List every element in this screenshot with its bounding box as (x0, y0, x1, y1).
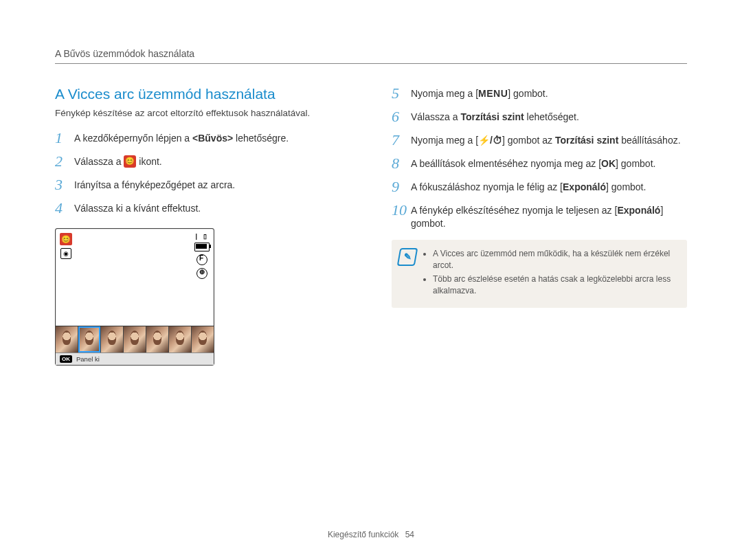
step-number: 6 (392, 109, 411, 124)
funny-face-icon (124, 155, 136, 168)
step-number: 2 (55, 154, 74, 169)
step-4: 4 Válassza ki a kívánt effektust. (55, 201, 350, 216)
step-text: ] gombot. (508, 88, 548, 99)
step-text: A kezdőképernyőn lépjen a (74, 133, 192, 144)
zoom-indicator-icon (196, 268, 207, 279)
mode-badge-icon: 😊 (60, 233, 72, 245)
step-number: 4 (55, 201, 74, 216)
thumb (101, 326, 124, 352)
ok-label: OK (601, 158, 616, 169)
step-text: A fókuszáláshoz nyomja le félig az [ (411, 181, 563, 192)
thumb (169, 326, 192, 352)
step-8: 8 A beállítások elmentéséhez nyomja meg … (392, 156, 687, 171)
step-5: 5 Nyomja meg a [MENU] gombot. (392, 86, 687, 101)
left-column: A Vicces arc üzemmód használata Fénykép … (55, 86, 350, 366)
right-column: 5 Nyomja meg a [MENU] gombot. 6 Válassza… (392, 86, 687, 366)
thumb (192, 326, 214, 352)
thumb (146, 326, 169, 352)
breadcrumb: A Bűvös üzemmódok használata (55, 48, 687, 64)
focus-mode-icon: ◉ (60, 248, 71, 259)
panel-label: Panel ki (76, 355, 100, 363)
step-text-bold: Torzítási szint (555, 135, 618, 146)
thumb (124, 326, 146, 352)
step-text: Nyomja meg a [ (411, 135, 478, 146)
section-title: A Vicces arc üzemmód használata (55, 86, 350, 102)
battery-icon (194, 243, 210, 251)
step-text: Irányítsa a fényképezőgépet az arcra. (74, 177, 235, 192)
thumb-selected (78, 326, 101, 352)
step-text: A beállítások elmentéséhez nyomja meg az… (411, 158, 601, 169)
step-2: 2 Válassza a ikont. (55, 154, 350, 169)
step-text: Nyomja meg a [ (411, 88, 478, 99)
thumb (56, 326, 78, 352)
step-text: Válassza ki a kívánt effektust. (74, 201, 201, 215)
step-text: Válassza a (74, 156, 124, 167)
note-bullet: A Vicces arc üzemmód nem működik, ha a k… (433, 248, 677, 271)
intro-text: Fénykép készítése az arcot eltorzító eff… (55, 108, 350, 118)
menu-label: MENU (478, 88, 508, 99)
step-text-bold: Torzítási szint (460, 111, 524, 122)
camera-lcd: 😊 ◉ | ▯ (55, 228, 214, 366)
step-text-bold: Exponáló (563, 181, 606, 192)
step-number: 3 (55, 177, 74, 192)
top-indicator: | ▯ (195, 233, 208, 240)
note-bullet: Több arc észlelése esetén a hatás csak a… (433, 273, 677, 297)
step-text: ikont. (139, 156, 161, 167)
step-number: 9 (392, 179, 411, 194)
step-text: ] gombot az (502, 135, 555, 146)
step-10: 10 A fénykép elkészítéséhez nyomja le te… (392, 203, 687, 230)
ok-badge: OK (60, 355, 72, 363)
step-text-bold: <Bűvös> (192, 133, 233, 144)
step-text: ] gombot. (616, 158, 655, 169)
step-text: ] gombot. (606, 181, 646, 192)
flash-timer-icon: ⚡/⏱ (478, 135, 502, 146)
footer-section: Kiegészítő funkciók (328, 530, 398, 539)
note-icon: ✎ (397, 248, 418, 266)
step-number: 10 (392, 203, 411, 218)
step-number: 1 (55, 131, 74, 146)
step-text: lehetőséget. (524, 111, 579, 122)
step-text: beállításához. (618, 135, 680, 146)
step-number: 7 (392, 133, 411, 148)
step-number: 5 (392, 86, 411, 101)
step-3: 3 Irányítsa a fényképezőgépet az arcra. (55, 177, 350, 192)
step-1: 1 A kezdőképernyőn lépjen a <Bűvös> lehe… (55, 131, 350, 146)
step-text: A fénykép elkészítéséhez nyomja le telje… (411, 205, 617, 216)
step-7: 7 Nyomja meg a [⚡/⏱] gombot az Torzítási… (392, 133, 687, 148)
step-number: 8 (392, 156, 411, 171)
step-text: Válassza a (411, 111, 460, 122)
step-6: 6 Válassza a Torzítási szint lehetőséget… (392, 109, 687, 124)
step-text-bold: Exponáló (617, 205, 660, 216)
note-box: ✎ A Vicces arc üzemmód nem működik, ha a… (392, 240, 687, 308)
step-9: 9 A fókuszáláshoz nyomja le félig az [Ex… (392, 179, 687, 194)
effect-thumbnails (56, 326, 214, 352)
page-number: 54 (405, 530, 414, 539)
page-footer: Kiegészítő funkciók 54 (0, 530, 742, 539)
f-indicator-icon (196, 254, 207, 265)
step-text: lehetőségre. (233, 133, 289, 144)
